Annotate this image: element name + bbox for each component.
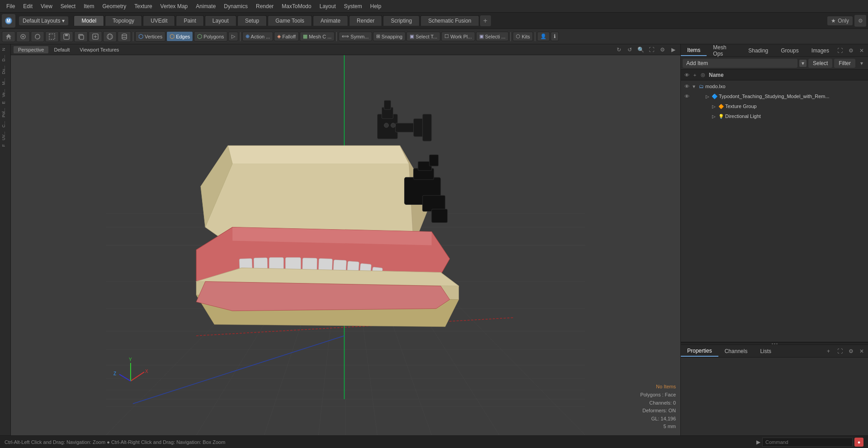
list-item[interactable]: ▷ 💡 Directional Light (681, 111, 868, 121)
row-expand-light[interactable]: ▷ (711, 113, 717, 119)
items-settings-btn[interactable]: ⚙ (846, 46, 855, 55)
items-filter-icon[interactable]: ▾ (857, 59, 866, 68)
items-select-button[interactable]: Select (808, 59, 832, 68)
left-tab-m[interactable]: M... (0, 76, 10, 87)
viewport-maximize-btn[interactable]: ⛶ (647, 45, 656, 54)
viewport-tab-default[interactable]: Default (49, 46, 74, 53)
toolbar-lasso-btn[interactable] (31, 31, 44, 42)
props-tab-properties[interactable]: Properties (681, 346, 718, 357)
toolbar-snapping-btn[interactable]: ⊞ Snapping (373, 32, 406, 41)
toolbar-work-pl-btn[interactable]: ☐ Work Pl... (441, 32, 475, 41)
left-tab-f[interactable]: F (0, 142, 10, 149)
menu-animate[interactable]: Animate (192, 2, 219, 11)
menu-edit[interactable]: Edit (19, 2, 36, 11)
menu-render[interactable]: Render (252, 2, 277, 11)
add-item-arrow[interactable]: ▾ (799, 60, 807, 67)
toolbar-info-btn[interactable]: ℹ (551, 32, 559, 41)
tab-schematic-fusion[interactable]: Schematic Fusion (420, 15, 479, 26)
tab-uvedit[interactable]: UVEdit (143, 15, 175, 26)
tab-setup[interactable]: Setup (237, 15, 267, 26)
menu-maxtomode[interactable]: MaxToModo (278, 2, 315, 11)
left-tab-d[interactable]: D... (0, 53, 10, 63)
row-expand-root[interactable]: ▼ (691, 83, 697, 90)
menu-select[interactable]: Select (57, 2, 79, 11)
toolbar-falloff-btn[interactable]: ◈ Falloff (274, 32, 299, 41)
props-settings-btn[interactable]: ⚙ (846, 347, 855, 356)
left-tab-n[interactable]: N (0, 46, 10, 53)
tab-model[interactable]: Model (74, 15, 104, 26)
items-tab-groups[interactable]: Groups (774, 46, 805, 56)
props-tab-lists[interactable]: Lists (754, 346, 778, 356)
menu-view[interactable]: View (37, 2, 56, 11)
viewport[interactable]: Perspective Default Viewport Textures ↻ … (11, 44, 680, 435)
left-tab-pol[interactable]: Pol... (0, 106, 10, 119)
left-tab-c[interactable]: C... (0, 119, 10, 129)
toolbar-copy-btn[interactable] (74, 31, 88, 42)
toolbar-home-btn[interactable] (2, 31, 15, 42)
viewport-canvas[interactable]: X Y Z No Items Polygons : Face Channels:… (11, 55, 680, 435)
items-expand-btn[interactable]: ⛶ (835, 46, 844, 55)
tab-game-tools[interactable]: Game Tools (268, 15, 312, 26)
menu-system[interactable]: System (340, 2, 366, 11)
props-add-button[interactable]: + (823, 347, 834, 355)
command-input[interactable] (762, 438, 853, 447)
props-tab-channels[interactable]: Channels (718, 346, 754, 356)
menu-vertex-map[interactable]: Vertex Map (157, 2, 192, 11)
props-close-btn[interactable]: ✕ (857, 347, 866, 356)
left-tab-e[interactable]: E (0, 99, 10, 106)
toolbar-kits-btn[interactable]: ⬡ Kits (513, 32, 533, 41)
toolbar-mesh-c-btn[interactable]: ▦ Mesh C ... (300, 32, 335, 41)
viewport-tab-textures[interactable]: Viewport Textures (75, 46, 123, 53)
items-tab-images[interactable]: Images (805, 46, 835, 56)
items-scroll[interactable]: 👁 ▼ 🗂 modo.lxo 👁 ▷ 🔷 Typodont_Teaching_S… (681, 80, 868, 344)
viewport-settings-btn[interactable]: ⚙ (658, 45, 667, 54)
tab-render[interactable]: Render (349, 15, 382, 26)
items-tab-shading[interactable]: Shading (742, 46, 774, 56)
toolbar-sphere-btn[interactable] (103, 31, 117, 42)
tab-topology[interactable]: Topology (105, 15, 142, 26)
list-item[interactable]: 👁 ▷ 🔷 Typodont_Teaching_Studying_Model_w… (681, 91, 868, 101)
toolbar-vertices-btn[interactable]: ⬡ Vertices (135, 31, 165, 42)
props-expand-btn[interactable]: ⛶ (835, 347, 844, 356)
toolbar-paint-select-btn[interactable] (45, 31, 59, 42)
items-tab-items[interactable]: Items (681, 45, 707, 56)
add-tab-button[interactable]: + (480, 15, 491, 26)
viewport-tab-perspective[interactable]: Perspective (14, 46, 48, 53)
toolbar-select-all-btn[interactable] (16, 31, 30, 42)
tab-paint[interactable]: Paint (176, 15, 203, 26)
toolbar-save-btn[interactable] (60, 31, 73, 42)
row-eye-root[interactable]: 👁 (683, 82, 691, 90)
tab-scripting[interactable]: Scripting (383, 15, 420, 26)
list-item[interactable]: 👁 ▼ 🗂 modo.lxo (681, 81, 868, 91)
viewport-more-btn[interactable]: ▶ (669, 45, 678, 54)
layout-gear-button[interactable]: ⚙ (854, 15, 866, 27)
toolbar-selecti-btn[interactable]: ▣ Selecti ... (476, 32, 509, 41)
list-item[interactable]: ▷ 🔶 Texture Group (681, 101, 868, 111)
toolbar-edges-btn[interactable]: ⬡ Edges (166, 31, 193, 42)
toolbar-polygons-btn[interactable]: ⬡ Polygons (194, 31, 227, 42)
row-expand-texture[interactable]: ▷ (711, 103, 717, 109)
command-indicator[interactable]: ● (854, 438, 863, 447)
items-filter-button[interactable]: Filter (834, 59, 855, 68)
menu-layout[interactable]: Layout (316, 2, 340, 11)
toolbar-action-btn[interactable]: ⊕ Action ... (242, 32, 274, 41)
items-close-btn[interactable]: ✕ (857, 46, 866, 55)
menu-file[interactable]: File (3, 2, 19, 11)
toolbar-user-icon-btn[interactable]: 👤 (537, 32, 550, 41)
toolbar-mode-select[interactable]: ▷ (228, 32, 238, 41)
left-tab-v[interactable]: Ve... (0, 87, 10, 99)
tab-layout[interactable]: Layout (205, 15, 236, 26)
tab-animate[interactable]: Animate (313, 15, 348, 26)
menu-dynamics[interactable]: Dynamics (220, 2, 251, 11)
menu-texture[interactable]: Texture (131, 2, 156, 11)
toolbar-select-t-btn[interactable]: ▣ Select T... (406, 32, 440, 41)
viewport-rotate-btn[interactable]: ↻ (614, 45, 623, 54)
viewport-zoom-btn[interactable]: 🔍 (636, 45, 645, 54)
row-eye-mesh[interactable]: 👁 (683, 92, 691, 100)
star-only-button[interactable]: ★ Only (827, 16, 853, 25)
left-tab-dup[interactable]: Du... (0, 64, 10, 76)
toolbar-cylinder-btn[interactable] (118, 31, 131, 42)
toolbar-symm-btn[interactable]: ⟺ Symm... (339, 32, 372, 41)
viewport-reset-btn[interactable]: ↺ (625, 45, 634, 54)
menu-item[interactable]: Item (80, 2, 98, 11)
